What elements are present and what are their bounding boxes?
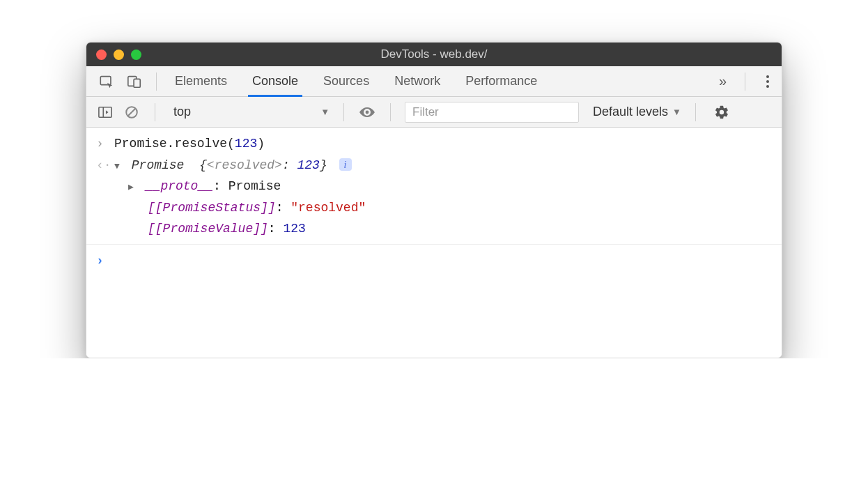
toolbar-divider bbox=[390, 103, 391, 121]
devtools-window: DevTools - web.dev/ Elements Console Sou… bbox=[86, 42, 782, 358]
tab-label: Console bbox=[252, 74, 298, 89]
window-titlebar: DevTools - web.dev/ bbox=[86, 43, 782, 66]
property-key: [[PromiseValue]] bbox=[148, 222, 268, 236]
tab-network[interactable]: Network bbox=[382, 66, 453, 97]
live-expression-icon[interactable] bbox=[358, 103, 376, 121]
property-value: 123 bbox=[283, 222, 305, 236]
chevron-down-icon: ▼ bbox=[672, 107, 681, 117]
property-key: [[PromiseStatus]] bbox=[148, 201, 276, 215]
property-key: __proto__ bbox=[146, 179, 213, 193]
tabbar-divider bbox=[156, 73, 157, 91]
collapse-icon[interactable]: ▼ bbox=[114, 159, 124, 174]
context-selector[interactable]: top ▼ bbox=[169, 102, 330, 123]
object-property-row: [[PromiseStatus]]: "resolved" bbox=[86, 197, 782, 219]
log-levels-selector[interactable]: Default levels ▼ bbox=[593, 105, 681, 119]
object-property-row: [[PromiseValue]]: 123 bbox=[86, 218, 782, 240]
expand-icon[interactable]: ▶ bbox=[128, 180, 138, 195]
maximize-window-button[interactable] bbox=[131, 49, 141, 60]
toolbar-divider bbox=[155, 103, 155, 121]
console-separator bbox=[86, 244, 782, 245]
toolbar-divider bbox=[343, 103, 344, 121]
tab-label: Sources bbox=[323, 74, 369, 89]
svg-point-7 bbox=[366, 110, 369, 114]
clear-console-icon[interactable] bbox=[123, 103, 141, 121]
console-input-echo: › Promise.resolve(123) bbox=[86, 133, 782, 155]
code-fn: Promise.resolve bbox=[114, 137, 227, 151]
object-value: 123 bbox=[297, 158, 320, 172]
levels-label: Default levels bbox=[593, 105, 668, 119]
tab-sources[interactable]: Sources bbox=[311, 66, 382, 97]
chevron-down-icon: ▼ bbox=[320, 107, 330, 117]
context-label: top bbox=[173, 105, 191, 119]
tab-label: Network bbox=[394, 74, 440, 89]
close-window-button[interactable] bbox=[96, 49, 107, 60]
property-value: "resolved" bbox=[290, 201, 366, 215]
tab-console[interactable]: Console bbox=[240, 66, 311, 97]
toggle-sidebar-icon[interactable] bbox=[96, 103, 114, 121]
tab-elements[interactable]: Elements bbox=[162, 66, 240, 97]
select-element-icon[interactable] bbox=[98, 73, 116, 91]
input-marker-icon: › bbox=[96, 133, 114, 155]
traffic-lights bbox=[96, 49, 141, 60]
code-arg: 123 bbox=[235, 137, 257, 151]
console-toolbar: top ▼ Default levels ▼ bbox=[86, 97, 782, 128]
device-toggle-icon[interactable] bbox=[125, 73, 144, 91]
svg-rect-3 bbox=[99, 107, 111, 117]
filter-input[interactable] bbox=[405, 102, 579, 123]
svg-rect-2 bbox=[134, 79, 140, 87]
console-output: › Promise.resolve(123) ‹· ▼ Promise {<re… bbox=[86, 128, 782, 358]
svg-rect-0 bbox=[100, 76, 111, 84]
overflow-icon[interactable]: » bbox=[719, 73, 727, 89]
toolbar-divider bbox=[695, 103, 696, 121]
object-property-row[interactable]: ▶ __proto__: Promise bbox=[86, 176, 782, 197]
tab-label: Performance bbox=[465, 74, 537, 89]
info-icon[interactable]: i bbox=[339, 158, 352, 171]
minimize-window-button[interactable] bbox=[114, 49, 124, 60]
menu-icon[interactable] bbox=[764, 73, 772, 91]
console-settings-icon[interactable] bbox=[713, 103, 731, 121]
output-marker-icon: ‹· bbox=[96, 155, 114, 176]
console-prompt[interactable]: › bbox=[86, 249, 782, 272]
devtools-tabbar: Elements Console Sources Network Perform… bbox=[86, 66, 782, 97]
prompt-marker-icon: › bbox=[96, 250, 114, 272]
tab-performance[interactable]: Performance bbox=[453, 66, 550, 97]
tabbar-divider bbox=[745, 73, 745, 91]
tab-label: Elements bbox=[175, 74, 227, 89]
object-state: <resolved> bbox=[207, 158, 282, 172]
window-title: DevTools - web.dev/ bbox=[86, 47, 782, 61]
svg-line-6 bbox=[128, 108, 135, 115]
object-type: Promise bbox=[132, 158, 185, 172]
console-result-row[interactable]: ‹· ▼ Promise {<resolved>: 123} i bbox=[86, 155, 782, 176]
property-value: Promise bbox=[228, 179, 281, 193]
